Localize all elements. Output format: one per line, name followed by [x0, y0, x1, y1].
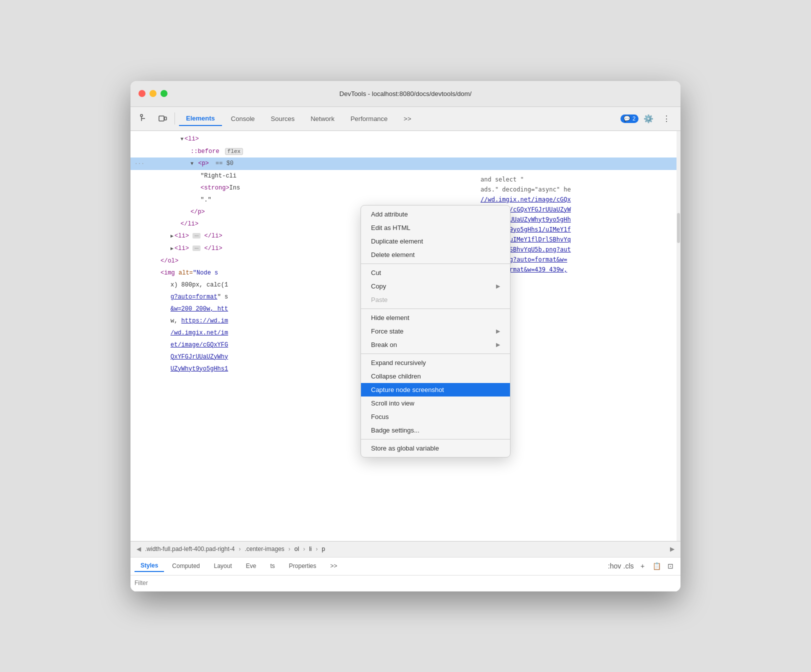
- copy-arrow: ▶: [496, 283, 500, 290]
- devtools-toolbar: Elements Console Sources Network Perform…: [130, 107, 680, 131]
- badge-icon: 💬: [624, 116, 630, 122]
- tab-elements[interactable]: Elements: [179, 112, 222, 126]
- menu-break-on[interactable]: Break on ▶: [361, 338, 510, 352]
- devtools-window: DevTools - localhost:8080/docs/devtools/…: [130, 81, 680, 592]
- menu-duplicate[interactable]: Duplicate element: [361, 234, 510, 248]
- menu-expand[interactable]: Expand recursively: [361, 356, 510, 370]
- main-area: ▼<li> ::before flex ··· ▼ <p> == $0: [130, 131, 680, 541]
- settings-icon[interactable]: ⚙️: [640, 110, 656, 126]
- menu-copy[interactable]: Copy ▶: [361, 280, 510, 293]
- triangle-icon: ▼: [180, 136, 184, 142]
- force-state-arrow: ▶: [496, 328, 500, 334]
- menu-badge-settings[interactable]: Badge settings...: [361, 424, 510, 437]
- menu-edit-html[interactable]: Edit as HTML: [361, 221, 510, 234]
- tab-ts[interactable]: ts: [264, 560, 280, 572]
- menu-hide[interactable]: Hide element: [361, 311, 510, 324]
- filter-input[interactable]: [134, 580, 676, 586]
- menu-paste: Paste: [361, 293, 510, 306]
- menu-collapse[interactable]: Collapse children: [361, 370, 510, 383]
- three-dots: ···: [134, 158, 144, 168]
- dom-line-p-selected[interactable]: ··· ▼ <p> == $0: [130, 158, 680, 170]
- breadcrumb-bar: ◀ .width-full.pad-left-400.pad-right-4 ›…: [130, 541, 680, 557]
- tab-sources[interactable]: Sources: [264, 112, 302, 126]
- context-menu: Add attribute Edit as HTML Duplicate ele…: [360, 205, 510, 458]
- hov-button[interactable]: :hov: [608, 560, 620, 572]
- minimize-button[interactable]: [150, 90, 156, 97]
- device-icon[interactable]: [154, 110, 170, 126]
- menu-store-global[interactable]: Store as global variable: [361, 442, 510, 455]
- dom-line-str2[interactable]: ".": [130, 194, 680, 206]
- cls-button[interactable]: .cls: [622, 560, 634, 572]
- menu-force-state[interactable]: Force state ▶: [361, 324, 510, 338]
- menu-sep1: [361, 264, 510, 264]
- dom-line-before[interactable]: ::before flex: [130, 146, 680, 158]
- menu-capture-screenshot[interactable]: Capture node screenshot: [361, 383, 510, 396]
- svg-rect-0: [140, 114, 142, 116]
- dom-scrollbar[interactable]: [676, 131, 680, 541]
- filter-bar: [130, 576, 680, 592]
- breadcrumb-back[interactable]: ◀: [136, 546, 141, 552]
- tab-performance[interactable]: Performance: [344, 112, 394, 126]
- menu-sep2: [361, 308, 510, 309]
- toolbar-divider: [174, 112, 175, 124]
- menu-sep3: [361, 354, 510, 354]
- menu-focus[interactable]: Focus: [361, 410, 510, 424]
- menu-add-attribute[interactable]: Add attribute: [361, 208, 510, 221]
- tab-computed[interactable]: Computed: [166, 560, 206, 572]
- inspect-icon[interactable]: [136, 110, 152, 126]
- styles-panel: Styles Computed Layout Eve ts Properties…: [130, 557, 680, 592]
- styles-icons: :hov .cls + 📋 ⊡: [608, 560, 676, 572]
- expand-li2[interactable]: ···: [192, 233, 200, 238]
- styles-tabs: Styles Computed Layout Eve ts Properties…: [130, 558, 680, 576]
- traffic-lights: [138, 90, 168, 97]
- tab-layout[interactable]: Layout: [208, 560, 238, 572]
- svg-rect-3: [159, 116, 164, 121]
- svg-rect-4: [164, 117, 166, 120]
- dom-line-li[interactable]: ▼<li>: [130, 133, 680, 146]
- tab-event-listeners[interactable]: Eve: [240, 560, 262, 572]
- notification-badge[interactable]: 💬 2: [620, 114, 638, 123]
- tab-network[interactable]: Network: [304, 112, 342, 126]
- dom-line-strong[interactable]: <strong>Ins: [130, 182, 680, 194]
- breadcrumb-forward[interactable]: ▶: [670, 546, 674, 552]
- breadcrumb-li[interactable]: li: [309, 546, 312, 552]
- tab-console[interactable]: Console: [224, 112, 262, 126]
- dom-line-str1[interactable]: "Right-cli: [130, 170, 680, 182]
- window-title: DevTools - localhost:8080/docs/devtools/…: [340, 90, 472, 98]
- break-on-arrow: ▶: [496, 342, 500, 348]
- breadcrumb-ol[interactable]: ol: [294, 546, 299, 552]
- close-button[interactable]: [138, 90, 146, 97]
- expand-li3[interactable]: ···: [192, 246, 200, 251]
- toggle-button[interactable]: ⊡: [664, 560, 676, 572]
- scrollbar-thumb: [677, 213, 680, 243]
- menu-delete[interactable]: Delete element: [361, 248, 510, 262]
- menu-scroll-into-view[interactable]: Scroll into view: [361, 396, 510, 410]
- tab-properties[interactable]: Properties: [283, 560, 322, 572]
- tab-more[interactable]: >>: [396, 112, 418, 126]
- tab-more-styles[interactable]: >>: [324, 560, 344, 572]
- tab-styles[interactable]: Styles: [134, 560, 164, 572]
- titlebar: DevTools - localhost:8080/docs/devtools/…: [130, 81, 680, 107]
- copy-styles-button[interactable]: 📋: [650, 560, 662, 572]
- menu-sep4: [361, 439, 510, 440]
- maximize-button[interactable]: [160, 90, 168, 97]
- breadcrumb-p[interactable]: p: [322, 546, 326, 552]
- badge-count: 2: [632, 116, 636, 122]
- more-icon[interactable]: ⋮: [658, 110, 674, 126]
- menu-cut[interactable]: Cut: [361, 266, 510, 280]
- add-style-button[interactable]: +: [636, 560, 648, 572]
